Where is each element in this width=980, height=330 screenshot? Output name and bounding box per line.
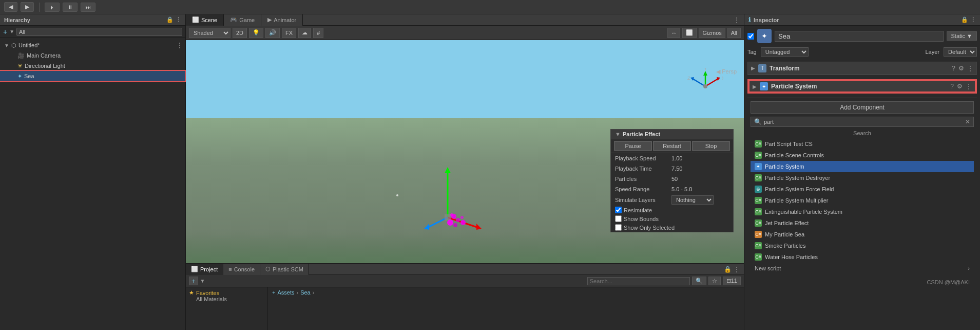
shading-select[interactable]: Shaded Wireframe — [189, 28, 230, 38]
center-area: ⬜ Scene 🎮 Game ▶ Animator ⋮ Shaded Wiref… — [186, 14, 744, 330]
particle-scene-label: Particle Scene Controls — [765, 152, 824, 158]
svg-marker-7 — [690, 77, 694, 81]
hierarchy-item-sea[interactable]: ✦ Sea — [0, 71, 185, 81]
menu-icon[interactable]: ⋮ — [176, 16, 181, 23]
water-hose-icon: C# — [755, 253, 762, 261]
component-particle-header[interactable]: ▶ ✦ Particle System ? ⚙ ⋮ — [748, 80, 976, 93]
gizmos-btn[interactable]: Gizmos — [699, 28, 725, 38]
search-result-jet-particle[interactable]: C# Jet Particle Effect — [751, 217, 974, 229]
bottom-toolbar: + ▼ 🔍 ☆ ⊟11 — [186, 275, 744, 287]
hierarchy-search-input[interactable] — [16, 28, 182, 36]
particle-settings-icon[interactable]: ⚙ — [957, 83, 963, 90]
bottom-view-btn[interactable]: ⊟11 — [723, 277, 741, 285]
particle-menu-icon[interactable]: ⋮ — [966, 83, 972, 90]
component-transform-header[interactable]: ▶ T Transform ? ⚙ ⋮ — [748, 62, 976, 75]
breadcrumb-assets[interactable]: Assets — [277, 289, 294, 296]
grid-btn[interactable]: # — [313, 28, 323, 38]
show-only-selected-label[interactable]: Show Only Selected — [624, 225, 675, 231]
inspector-menu-icon[interactable]: ⋮ — [970, 16, 976, 23]
toolbar-btn-1[interactable]: ◀ — [4, 2, 17, 12]
lighting-btn[interactable]: 💡 — [249, 28, 263, 38]
main-layout: Hierarchy 🔒 ⋮ + ▼ ▼ ⬡ Untitled* ⋮ 🎥 M — [0, 14, 980, 330]
arrow-down-icon[interactable]: ▼ — [9, 29, 14, 34]
search-result-smoke[interactable]: C# Smoke Particles — [751, 240, 974, 251]
add-bottom2-btn[interactable]: + — [272, 289, 275, 296]
untitled-dots[interactable]: ⋮ — [176, 41, 183, 49]
tab-plastic-scm[interactable]: ⬡ Plastic SCM — [260, 264, 309, 275]
all-layers-btn[interactable]: All — [727, 28, 741, 38]
add-arrow-icon[interactable]: ▼ — [200, 278, 205, 284]
bottom-search-btn[interactable]: 🔍 — [692, 277, 706, 285]
search-result-water-hose[interactable]: C# Water Hose Particles — [751, 251, 974, 263]
scene-ground-fade — [186, 232, 744, 263]
skybox-btn[interactable]: ☁ — [298, 28, 311, 38]
search-result-ps-force-field[interactable]: ⊕ Particle System Force Field — [751, 184, 974, 195]
tab-console[interactable]: ≡ Console — [223, 264, 260, 275]
hierarchy-item-main-camera[interactable]: 🎥 Main Camera — [0, 50, 185, 61]
plastic-tab-icon: ⬡ — [265, 266, 271, 272]
new-script-row[interactable]: New script › — [751, 263, 974, 274]
toolbar-btn-4[interactable]: ⏸ — [63, 3, 78, 12]
toolbar-btn-5[interactable]: ⏭ — [81, 3, 95, 12]
hierarchy-item-directional-light[interactable]: ☀ Directional Light — [0, 61, 185, 71]
add-hierarchy-btn[interactable]: + — [3, 28, 7, 36]
tab-animator[interactable]: ▶ Animator — [261, 14, 303, 26]
rect-tool[interactable]: ⬜ — [682, 28, 697, 38]
add-component-btn[interactable]: Add Component — [751, 101, 974, 114]
resimulate-checkbox[interactable] — [615, 207, 622, 213]
static-btn[interactable]: Static ▼ — [947, 31, 977, 41]
add-bottom-btn[interactable]: + — [189, 277, 198, 285]
particle-effect-panel: ▼ Particle Effect Pause Restart Stop Pla… — [610, 129, 734, 232]
search-result-part-script[interactable]: C# Part Script Test CS — [751, 138, 974, 150]
bottom-menu-icon[interactable]: ⋮ — [734, 266, 740, 273]
stop-btn[interactable]: Stop — [692, 141, 730, 151]
show-bounds-checkbox[interactable] — [615, 215, 622, 222]
tab-project[interactable]: ⬜ Project — [186, 264, 223, 275]
search-result-my-particle-sea[interactable]: C# My Particle Sea — [751, 229, 974, 240]
audio-btn[interactable]: 🔊 — [265, 28, 280, 38]
show-only-selected-checkbox-row: Show Only Selected — [611, 223, 733, 232]
menu-icon-scene[interactable]: ⋮ — [734, 16, 740, 24]
show-bounds-label[interactable]: Show Bounds — [624, 216, 659, 222]
resimulate-label[interactable]: Resimulate — [624, 207, 652, 213]
restart-btn[interactable]: Restart — [653, 141, 691, 151]
search-component-input[interactable] — [764, 119, 963, 125]
fx-btn[interactable]: FX — [282, 28, 296, 38]
tag-select[interactable]: Untagged MainCamera — [761, 47, 809, 57]
scene-viewport[interactable]: Y X Z ◀ Persp — [186, 40, 744, 263]
bottom-filter-btn[interactable]: ☆ — [708, 277, 721, 285]
particle-help-icon[interactable]: ? — [950, 83, 954, 90]
tab-scene[interactable]: ⬜ Scene — [186, 14, 224, 26]
search-result-ps-destroyer[interactable]: C# Particle System Destroyer — [751, 172, 974, 184]
toolbar-btn-3[interactable]: ⏵ — [45, 3, 60, 12]
svg-text:Z: Z — [687, 76, 690, 81]
favorites-item-all-materials[interactable]: All Materials — [189, 296, 264, 302]
svg-line-6 — [693, 79, 705, 86]
search-result-particle-scene[interactable]: C# Particle Scene Controls — [751, 150, 974, 161]
transform-menu-icon[interactable]: ⋮ — [967, 65, 973, 72]
active-checkbox[interactable] — [747, 33, 754, 40]
layer-select[interactable]: Default — [944, 47, 977, 57]
search-result-particle-system[interactable]: ✦ Particle System — [751, 161, 974, 172]
clear-search-icon[interactable]: ✕ — [965, 118, 970, 125]
tab-game[interactable]: 🎮 Game — [224, 14, 261, 26]
speed-range-value: 5.0 - 5.0 — [671, 186, 692, 192]
show-only-selected-checkbox[interactable] — [615, 224, 622, 231]
search-result-ps-multiplier[interactable]: C# Particle System Multiplier — [751, 195, 974, 206]
toolbar-btn-2[interactable]: ▶ — [21, 2, 34, 12]
particle-scene-icon: C# — [755, 152, 762, 159]
object-name-input[interactable] — [775, 31, 944, 42]
svg-marker-4 — [717, 77, 720, 81]
bottom-search-input[interactable] — [587, 277, 690, 285]
breadcrumb-sea[interactable]: Sea — [300, 289, 311, 296]
move-tool[interactable]: ↔ — [667, 28, 680, 38]
ps-force-field-icon: ⊕ — [755, 186, 762, 193]
svg-point-19 — [447, 219, 453, 226]
search-result-extinguishable[interactable]: C# Extinguishable Particle System — [751, 206, 974, 217]
2d-btn[interactable]: 2D — [233, 28, 247, 38]
nothing-select[interactable]: Nothing Everything — [671, 195, 714, 205]
transform-settings-icon[interactable]: ⚙ — [958, 65, 964, 72]
transform-help-icon[interactable]: ? — [952, 65, 955, 72]
hierarchy-item-untitled[interactable]: ▼ ⬡ Untitled* ⋮ — [0, 40, 185, 50]
pause-btn[interactable]: Pause — [614, 141, 652, 151]
